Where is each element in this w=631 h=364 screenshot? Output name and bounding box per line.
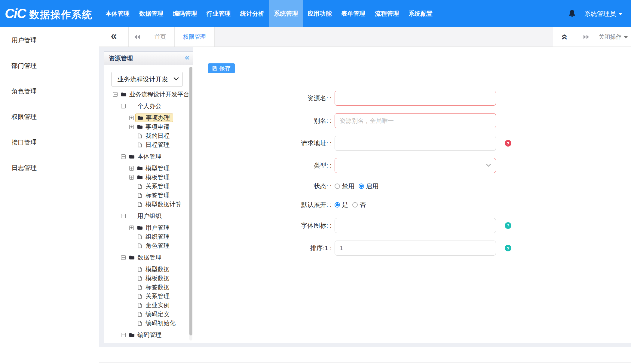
tree-node[interactable]: 模型数据计算 <box>104 200 193 209</box>
field-label: 类型: : <box>193 161 335 170</box>
tree-node[interactable]: 日程管理 <box>104 140 193 149</box>
bottom-strip <box>99 347 631 364</box>
tree-node[interactable]: 模板数据 <box>104 274 193 283</box>
radio-option-enabled[interactable]: 启用 <box>359 182 378 190</box>
nav-item-industry[interactable]: 行业管理 <box>202 0 235 27</box>
request-url-input[interactable] <box>335 136 496 151</box>
help-question-icon[interactable] <box>505 245 511 251</box>
form-row-status: 状态: : 禁用 启用 <box>193 179 631 194</box>
double-chevron-left-icon: « <box>111 31 117 41</box>
tree-node[interactable]: 标签管理 <box>104 191 193 200</box>
tab-home[interactable]: 首页 <box>146 27 175 47</box>
tree-node[interactable]: 个人办公 <box>104 102 193 111</box>
tree-node[interactable]: 用户组织 <box>104 211 193 220</box>
collapse-expander-icon[interactable] <box>121 104 126 108</box>
collapse-expander-icon[interactable] <box>121 333 126 337</box>
expand-expander-icon[interactable] <box>129 116 134 120</box>
nav-item-statistics[interactable]: 统计分析 <box>235 0 269 27</box>
radio-unchecked-icon[interactable] <box>335 184 340 189</box>
collapse-expander-icon[interactable] <box>121 154 126 159</box>
tree-node[interactable]: 本体管理 <box>104 152 193 161</box>
font-icon-input[interactable] <box>335 218 496 233</box>
folder-icon <box>137 166 143 171</box>
save-button[interactable]: 保存 <box>208 63 235 73</box>
brand-mark: CiC <box>5 6 26 21</box>
radio-checked-icon[interactable] <box>335 202 340 208</box>
tree-node[interactable]: 企业实例 <box>104 301 193 310</box>
scroll-tabs-left-button[interactable] <box>129 27 146 47</box>
close-operations-label: 关闭操作 <box>599 33 622 41</box>
tree-scrollbar-thumb[interactable] <box>189 67 192 335</box>
tree-node[interactable]: 关系管理 <box>104 292 193 301</box>
sort-order-input[interactable] <box>335 241 496 256</box>
tree-node[interactable]: 编码初始化 <box>104 319 193 328</box>
help-question-icon[interactable] <box>505 140 511 147</box>
sidebar-item-permissions[interactable]: 权限管理 <box>0 104 99 129</box>
tree-node[interactable]: 模型数据 <box>104 265 193 274</box>
expand-expander-icon[interactable] <box>129 125 134 129</box>
tree-scrollbar[interactable] <box>189 67 192 341</box>
collapse-panel-icon[interactable]: « <box>185 53 189 62</box>
notification-bell-icon[interactable] <box>568 10 576 18</box>
scroll-tabs-right-button[interactable] <box>577 27 595 47</box>
expand-expander-icon[interactable] <box>129 175 134 180</box>
default-expand-radio-group: 是 否 <box>335 201 366 209</box>
tree-scope-select[interactable]: 业务流程设计开发 <box>111 72 183 87</box>
form-row-font-icon: 字体图标: : <box>193 218 631 233</box>
tab-permissions[interactable]: 权限管理 <box>175 27 215 47</box>
resource-name-input[interactable] <box>335 91 496 106</box>
tree-node[interactable]: 关系管理 <box>104 182 193 191</box>
alias-input[interactable] <box>335 113 496 128</box>
collapse-expander-icon[interactable] <box>113 92 118 97</box>
tree-node[interactable]: 我的日程 <box>104 131 193 140</box>
radio-option-disabled[interactable]: 禁用 <box>335 182 354 190</box>
field-label: 排序:1 : <box>193 244 335 252</box>
expand-expander-icon[interactable] <box>129 226 134 230</box>
tree-node[interactable]: 业务流程设计开发平台 <box>104 90 193 99</box>
nav-item-system[interactable]: 系统管理 <box>269 0 303 27</box>
nav-item-workflow[interactable]: 流程管理 <box>370 0 404 27</box>
sidebar-item-departments[interactable]: 部门管理 <box>0 53 99 78</box>
file-icon <box>137 276 143 281</box>
left-sidebar: 用户管理 部门管理 角色管理 权限管理 接口管理 日志管理 <box>0 27 99 364</box>
tree-node[interactable]: 模板管理 <box>104 173 193 182</box>
chevron-down-icon <box>618 13 623 15</box>
tree-node[interactable]: 用户管理 <box>104 223 193 232</box>
tree-panel-title: 资源管理 <box>109 54 133 62</box>
file-icon <box>137 294 143 299</box>
nav-item-forms[interactable]: 表单管理 <box>336 0 370 27</box>
expand-tabs-button[interactable]: « <box>553 27 577 47</box>
radio-option-yes[interactable]: 是 <box>335 201 348 209</box>
user-menu[interactable]: 系统管理员 <box>584 10 623 18</box>
radio-unchecked-icon[interactable] <box>352 202 358 208</box>
collapse-sidebar-button[interactable]: « <box>99 27 129 47</box>
radio-option-no[interactable]: 否 <box>352 201 366 209</box>
tree-node[interactable]: 组织管理 <box>104 232 193 241</box>
nav-item-config[interactable]: 系统配置 <box>404 0 437 27</box>
tree-node[interactable]: 角色管理 <box>104 241 193 250</box>
nav-item-data[interactable]: 数据管理 <box>134 0 168 27</box>
tree-node[interactable]: 事项申请 <box>104 122 193 131</box>
sidebar-item-logs[interactable]: 日志管理 <box>0 155 99 180</box>
tree-node[interactable]: 标签数据 <box>104 283 193 292</box>
tree-node-selected[interactable]: 事项办理 <box>104 113 193 122</box>
collapse-expander-icon[interactable] <box>121 214 126 218</box>
tree-node[interactable]: 编码定义 <box>104 310 193 319</box>
nav-item-application[interactable]: 应用功能 <box>303 0 336 27</box>
close-operations-menu[interactable]: 关闭操作 <box>595 27 631 47</box>
sidebar-item-interfaces[interactable]: 接口管理 <box>0 129 99 155</box>
tree-node[interactable]: 编码管理 <box>104 330 193 339</box>
radio-checked-icon[interactable] <box>359 184 364 189</box>
sidebar-item-users[interactable]: 用户管理 <box>0 27 99 53</box>
chevron-down-icon <box>486 164 491 167</box>
sidebar-item-roles[interactable]: 角色管理 <box>0 78 99 104</box>
expand-expander-icon[interactable] <box>129 166 134 171</box>
nav-item-coding[interactable]: 编码管理 <box>168 0 202 27</box>
help-question-icon[interactable] <box>505 222 511 229</box>
folder-icon <box>129 255 135 260</box>
nav-item-ontology[interactable]: 本体管理 <box>101 0 134 27</box>
tree-node[interactable]: 数据管理 <box>104 253 193 262</box>
collapse-expander-icon[interactable] <box>121 255 126 260</box>
type-select[interactable] <box>335 158 496 173</box>
tree-node[interactable]: 模型管理 <box>104 164 193 173</box>
